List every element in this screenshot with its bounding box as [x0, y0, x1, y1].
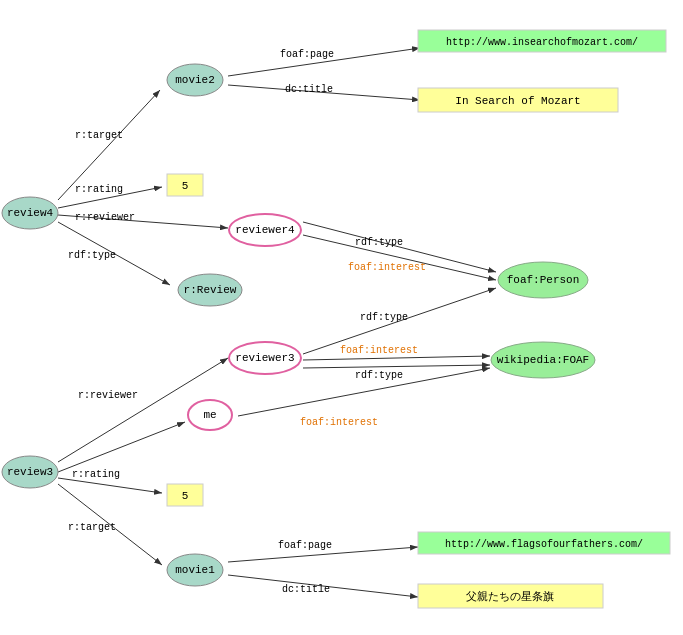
edge-label-rdftype3: rdf:type [360, 312, 408, 323]
edge-reviewer3-wiki-interest [303, 356, 490, 360]
edge-label-foafpage1: foaf:page [280, 49, 334, 60]
node-label-rating4: 5 [182, 180, 189, 192]
edge-label-dctitle1: dc:title [285, 84, 333, 95]
edge-label-rtarget2: r:target [68, 522, 116, 533]
edge-label-rrating1: r:rating [75, 184, 123, 195]
edge-review3-rating3 [58, 478, 162, 493]
node-label-review3: review3 [7, 466, 53, 478]
node-label-urlFathers: http://www.flagsofourfathers.com/ [445, 539, 643, 550]
edge-label-foafpage2: foaf:page [278, 540, 332, 551]
node-label-foafPerson: foaf:Person [507, 274, 580, 286]
edge-reviewer3-wiki-type [303, 365, 490, 368]
node-label-me: me [203, 409, 216, 421]
edge-label-rdftype2: rdf:type [355, 237, 403, 248]
node-label-movie1: movie1 [175, 564, 215, 576]
node-label-rating3: 5 [182, 490, 189, 502]
edge-label-rreviewer2: r:reviewer [78, 390, 138, 401]
edge-label-dctitle2: dc:title [282, 584, 330, 595]
edge-label-rrating2: r:rating [72, 469, 120, 480]
node-label-reviewer3: reviewer3 [235, 352, 294, 364]
node-label-titleFathers: 父親たちの星条旗 [466, 590, 554, 603]
graph-container: r:target r:rating r:reviewer rdf:type fo… [0, 0, 683, 635]
edge-label-foafinterest1: foaf:interest [348, 262, 426, 273]
node-label-wikipediaFOAF: wikipedia:FOAF [497, 354, 589, 366]
node-label-urlMozart: http://www.insearchofmozart.com/ [446, 37, 638, 48]
edge-review3-me [58, 422, 185, 472]
edge-label-foafinterest3: foaf:interest [300, 417, 378, 428]
edge-label-rdftype4: rdf:type [355, 370, 403, 381]
node-label-titleMozart: In Search of Mozart [455, 95, 580, 107]
edge-label-rdftype1: rdf:type [68, 250, 116, 261]
graph-svg: r:target r:rating r:reviewer rdf:type fo… [0, 0, 683, 635]
node-label-reviewer4: reviewer4 [235, 224, 295, 236]
node-label-rReview: r:Review [184, 284, 237, 296]
edge-label-foafinterest2: foaf:interest [340, 345, 418, 356]
node-label-review4: review4 [7, 207, 54, 219]
edge-label-rtarget1: r:target [75, 130, 123, 141]
node-label-movie2: movie2 [175, 74, 215, 86]
edge-label-rreviewer1: r:reviewer [75, 212, 135, 223]
